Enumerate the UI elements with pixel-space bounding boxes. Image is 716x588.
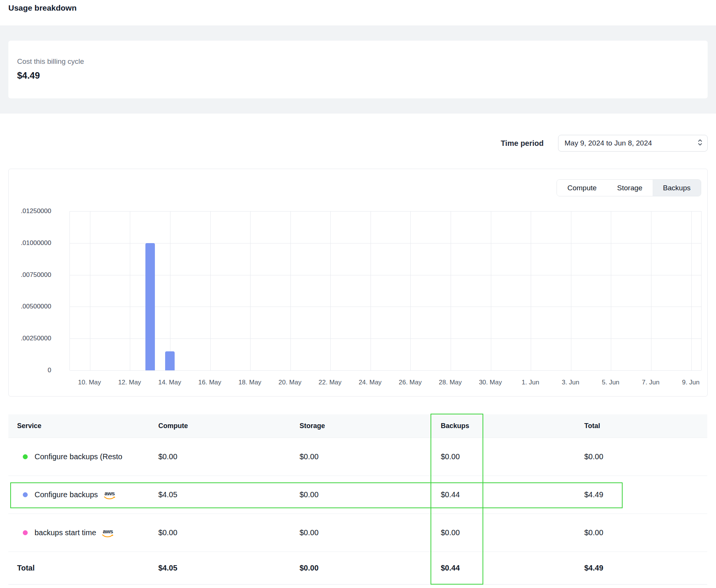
time-period-value: May 9, 2024 to Jun 8, 2024 (565, 139, 652, 147)
x-tick-label: 22. May (319, 379, 341, 386)
y-tick-label: .01250000 (9, 207, 51, 215)
v-gridline (531, 211, 531, 370)
service-name: Configure backups (Resto (35, 452, 122, 461)
x-tick-label: 1. Jun (522, 379, 539, 386)
v-gridline (170, 211, 170, 370)
x-tick-label: 24. May (359, 379, 382, 386)
h-gridline (70, 243, 701, 243)
cell-storage: $0.00 (300, 452, 441, 461)
x-tick-label: 14. May (158, 379, 181, 386)
billing-cycle-card: Cost this billing cycle $4.49 (8, 41, 708, 98)
y-tick-label: .00500000 (9, 303, 51, 310)
x-tick-label: 30. May (479, 379, 502, 386)
billing-section: Cost this billing cycle $4.49 (0, 25, 716, 114)
cell-total: $4.49 (584, 490, 707, 499)
service-dot (23, 454, 28, 459)
tab-backups[interactable]: Backups (653, 180, 701, 196)
select-updown-icon (697, 138, 703, 149)
v-gridline (90, 211, 90, 370)
chart-metric-tabs: Compute Storage Backups (557, 179, 701, 196)
x-tick-label: 3. Jun (562, 379, 579, 386)
v-gridline (210, 211, 211, 370)
v-gridline (651, 211, 651, 370)
cell-backups: $0.44 (441, 490, 584, 499)
cell-compute: $0.00 (158, 528, 300, 537)
x-tick-label: 16. May (198, 379, 221, 386)
cell-compute: $4.05 (158, 490, 300, 499)
x-tick-label: 26. May (399, 379, 421, 386)
billing-cycle-amount: $4.49 (17, 70, 708, 81)
h-gridline (70, 275, 701, 275)
service-name: backups start time (35, 528, 96, 537)
x-tick-label: 9. Jun (682, 379, 699, 386)
h-gridline (70, 211, 701, 212)
x-tick-label: 7. Jun (642, 379, 659, 386)
cell-total: $0.00 (584, 528, 707, 537)
v-gridline (290, 211, 291, 370)
page-header: Usage breakdown (0, 0, 716, 25)
h-gridline (70, 338, 701, 339)
page-title: Usage breakdown (8, 3, 708, 13)
total-compute: $4.05 (158, 564, 300, 572)
usage-table: Service Compute Storage Backups Total Co… (8, 414, 707, 585)
cell-backups: $0.00 (441, 528, 584, 537)
tab-compute[interactable]: Compute (557, 180, 607, 196)
h-gridline (70, 307, 701, 307)
table-row: backups start time aws $0.00 $0.00 $0.00… (8, 514, 707, 552)
cell-storage: $0.00 (300, 528, 441, 537)
col-header-service: Service (8, 422, 158, 430)
service-dot (23, 530, 28, 535)
x-tick-label: 10. May (78, 379, 101, 386)
aws-logo-icon: aws (104, 490, 115, 499)
v-gridline (250, 211, 251, 370)
service-name: Configure backups (35, 490, 98, 499)
service-dot (23, 492, 28, 497)
usage-chart-card: Compute Storage Backups .01250000.010000… (8, 169, 708, 397)
x-tick-label: 18. May (238, 379, 261, 386)
v-gridline (451, 211, 451, 370)
x-tick-label: 5. Jun (602, 379, 619, 386)
time-period-select[interactable]: May 9, 2024 to Jun 8, 2024 (558, 135, 708, 152)
v-gridline (130, 211, 130, 370)
x-tick-label: 20. May (278, 379, 301, 386)
x-tick-label: 28. May (439, 379, 462, 386)
col-header-total: Total (584, 422, 707, 430)
cell-backups: $0.00 (441, 452, 584, 461)
chart-bar (165, 351, 175, 370)
table-row: Configure backups (Resto $0.00 $0.00 $0.… (8, 438, 707, 476)
col-header-storage: Storage (300, 422, 441, 430)
v-gridline (410, 211, 411, 370)
aws-logo-icon: aws (102, 528, 114, 537)
v-gridline (611, 211, 611, 370)
chart-x-axis: 10. May12. May14. May16. May18. May20. M… (69, 379, 702, 389)
x-tick-label: 12. May (118, 379, 141, 386)
total-backups: $0.44 (441, 564, 584, 572)
y-tick-label: .01000000 (9, 239, 51, 247)
tab-storage[interactable]: Storage (607, 180, 653, 196)
chart-plot-area (69, 211, 702, 370)
h-gridline (70, 370, 701, 371)
cell-compute: $0.00 (158, 452, 300, 461)
v-gridline (691, 211, 692, 370)
table-total-row: Total $4.05 $0.00 $0.44 $4.49 (8, 552, 707, 585)
v-gridline (330, 211, 331, 370)
y-tick-label: 0 (9, 367, 51, 374)
table-row: Configure backups aws $4.05 $0.00 $0.44 … (8, 476, 707, 514)
col-header-backups: Backups (441, 422, 584, 430)
table-header-row: Service Compute Storage Backups Total (8, 414, 707, 438)
cell-total: $0.00 (584, 452, 707, 461)
total-label: Total (8, 564, 158, 572)
time-period-row: Time period May 9, 2024 to Jun 8, 2024 (8, 135, 708, 152)
v-gridline (371, 211, 371, 370)
total-storage: $0.00 (300, 564, 441, 572)
chart-bar (145, 243, 155, 370)
total-total: $4.49 (584, 564, 707, 572)
col-header-compute: Compute (158, 422, 300, 430)
billing-cycle-label: Cost this billing cycle (17, 57, 708, 66)
y-tick-label: .00250000 (9, 335, 51, 342)
cell-storage: $0.00 (300, 490, 441, 499)
v-gridline (491, 211, 491, 370)
y-tick-label: .00750000 (9, 271, 51, 279)
chart-y-axis: .01250000.01000000.00750000.00500000.002… (9, 211, 51, 370)
v-gridline (571, 211, 571, 370)
